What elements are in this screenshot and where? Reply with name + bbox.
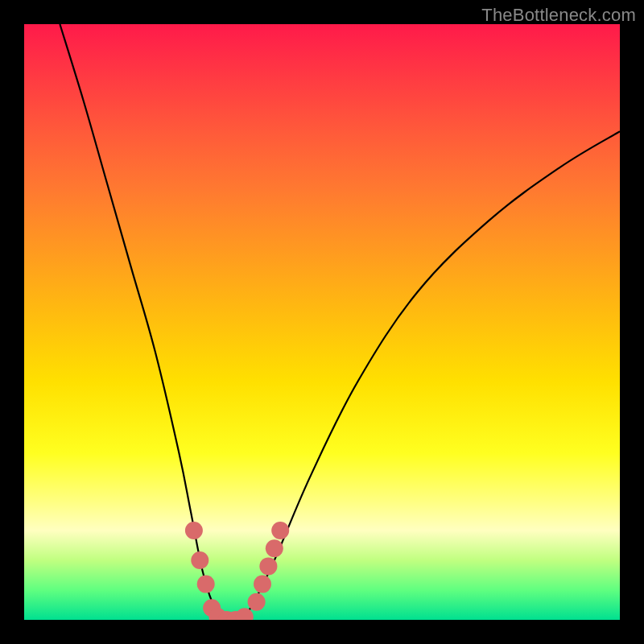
trough-marker <box>197 576 215 593</box>
trough-marker <box>254 576 271 593</box>
watermark-text: TheBottleneck.com <box>481 5 636 26</box>
trough-markers <box>185 522 289 620</box>
plot-area <box>24 24 620 620</box>
bottleneck-curve <box>60 24 620 620</box>
trough-marker <box>259 557 277 575</box>
trough-marker <box>266 539 283 557</box>
trough-marker <box>236 608 254 620</box>
trough-marker <box>185 522 203 539</box>
trough-marker <box>191 551 208 569</box>
chart-container: TheBottleneck.com <box>0 0 644 644</box>
trough-marker <box>271 522 289 539</box>
curve-svg <box>24 24 620 620</box>
trough-marker <box>248 593 266 611</box>
